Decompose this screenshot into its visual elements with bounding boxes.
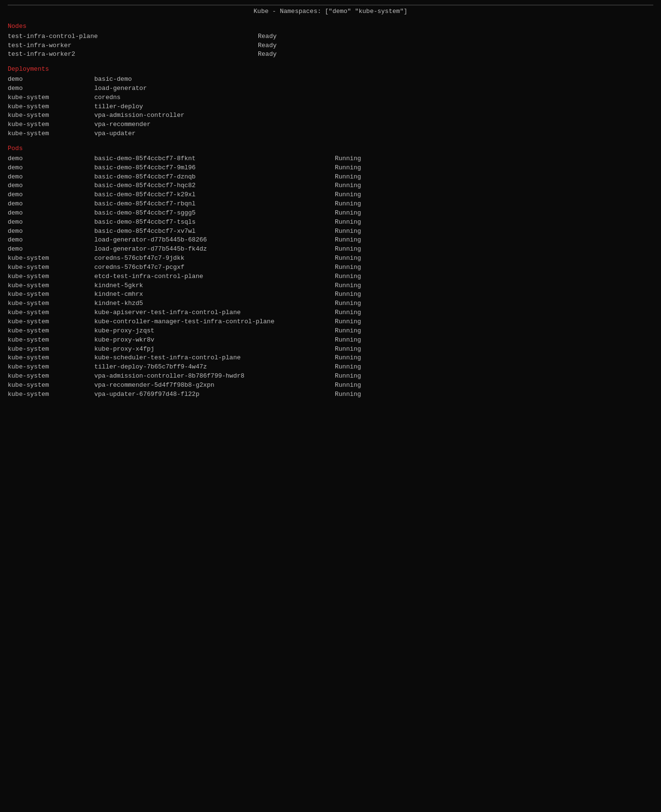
deployment-name: basic-demo	[94, 75, 335, 84]
node-status: Ready	[258, 50, 316, 59]
pod-name: basic-demo-85f4ccbcf7-hqc82	[94, 181, 335, 190]
pod-row: kube-systemtiller-deploy-7b65c7bff9-4w47…	[8, 363, 653, 372]
deployment-row: kube-systemvpa-recommender	[8, 120, 653, 129]
pod-namespace: demo	[8, 209, 94, 218]
pod-status: Running	[335, 372, 393, 381]
pod-status: Running	[335, 164, 393, 173]
pod-status: Running	[335, 245, 393, 254]
pod-row: demobasic-demo-85f4ccbcf7-sggg5Running	[8, 209, 653, 218]
pod-name: basic-demo-85f4ccbcf7-k29xl	[94, 190, 335, 200]
pod-status: Running	[335, 236, 393, 245]
pod-name: kindnet-cmhrx	[94, 290, 335, 299]
pod-status: Running	[335, 363, 393, 372]
pod-row: kube-systemkube-controller-manager-test-…	[8, 317, 653, 327]
pod-status: Running	[335, 317, 393, 327]
pod-namespace: kube-system	[8, 254, 94, 263]
pod-name: kube-scheduler-test-infra-control-plane	[94, 354, 335, 363]
pod-row: demobasic-demo-85f4ccbcf7-tsqlsRunning	[8, 218, 653, 227]
deployment-row: demobasic-demo	[8, 75, 653, 84]
pod-row: demobasic-demo-85f4ccbcf7-hqc82Running	[8, 181, 653, 190]
node-name: test-infra-control-plane	[8, 32, 258, 41]
pod-status: Running	[335, 154, 393, 164]
pod-status: Running	[335, 327, 393, 336]
pod-name: vpa-recommender-5d4f7f98b8-g2xpn	[94, 381, 335, 390]
pod-name: kube-proxy-wkr8v	[94, 336, 335, 345]
pod-row: kube-systemvpa-admission-controller-8b78…	[8, 372, 653, 381]
deployment-name: tiller-deploy	[94, 102, 335, 112]
pod-namespace: kube-system	[8, 354, 94, 363]
pod-row: kube-systemcoredns-576cbf47c7-9jdkkRunni…	[8, 254, 653, 263]
pod-namespace: demo	[8, 173, 94, 182]
pod-status: Running	[335, 263, 393, 272]
pod-status: Running	[335, 272, 393, 281]
pod-name: kube-proxy-jzqst	[94, 327, 335, 336]
pod-status: Running	[335, 381, 393, 390]
pod-row: kube-systemvpa-updater-6769f97d48-fl22pR…	[8, 390, 653, 399]
pod-namespace: demo	[8, 164, 94, 173]
pod-status: Running	[335, 190, 393, 200]
pod-status: Running	[335, 281, 393, 291]
node-row: test-infra-worker2Ready	[8, 50, 653, 59]
pod-namespace: kube-system	[8, 363, 94, 372]
pod-name: basic-demo-85f4ccbcf7-tsqls	[94, 218, 335, 227]
pod-row: demobasic-demo-85f4ccbcf7-8fkntRunning	[8, 154, 653, 164]
pod-row: kube-systemvpa-recommender-5d4f7f98b8-g2…	[8, 381, 653, 390]
pod-namespace: demo	[8, 190, 94, 200]
pod-namespace: demo	[8, 236, 94, 245]
deployment-row: kube-systemvpa-updater	[8, 129, 653, 139]
deployment-name: load-generator	[94, 84, 335, 93]
deployment-name: coredns	[94, 93, 335, 102]
pod-namespace: kube-system	[8, 390, 94, 399]
pod-namespace: kube-system	[8, 317, 94, 327]
pod-status: Running	[335, 308, 393, 317]
pod-namespace: demo	[8, 181, 94, 190]
pod-name: basic-demo-85f4ccbcf7-8fknt	[94, 154, 335, 164]
deployment-namespace: demo	[8, 75, 94, 84]
pod-row: demobasic-demo-85f4ccbcf7-dznqbRunning	[8, 173, 653, 182]
pod-row: demobasic-demo-85f4ccbcf7-xv7wlRunning	[8, 227, 653, 236]
pod-namespace: kube-system	[8, 327, 94, 336]
pod-name: load-generator-d77b5445b-fk4dz	[94, 245, 335, 254]
pod-row: kube-systemkindnet-5gkrkRunning	[8, 281, 653, 291]
title-text: Kube - Namespaces: ["demo" "kube-system"…	[254, 8, 407, 15]
pod-name: basic-demo-85f4ccbcf7-rbqnl	[94, 200, 335, 209]
pod-row: demobasic-demo-85f4ccbcf7-k29xlRunning	[8, 190, 653, 200]
node-row: test-infra-workerReady	[8, 41, 653, 51]
deployments-header: Deployments	[8, 65, 653, 74]
deployment-namespace: kube-system	[8, 129, 94, 139]
pod-name: kube-controller-manager-test-infra-contr…	[94, 317, 335, 327]
pod-namespace: demo	[8, 200, 94, 209]
pod-name: vpa-updater-6769f97d48-fl22p	[94, 390, 335, 399]
pod-row: demobasic-demo-85f4ccbcf7-9ml96Running	[8, 164, 653, 173]
pod-status: Running	[335, 200, 393, 209]
pod-namespace: kube-system	[8, 381, 94, 390]
pod-namespace: kube-system	[8, 308, 94, 317]
node-status: Ready	[258, 32, 316, 41]
pod-namespace: kube-system	[8, 263, 94, 272]
pod-name: kube-apiserver-test-infra-control-plane	[94, 308, 335, 317]
node-status: Ready	[258, 41, 316, 51]
pod-name: kindnet-5gkrk	[94, 281, 335, 291]
pod-status: Running	[335, 345, 393, 354]
pod-row: kube-systemkindnet-cmhrxRunning	[8, 290, 653, 299]
pod-namespace: kube-system	[8, 290, 94, 299]
deployment-namespace: kube-system	[8, 102, 94, 112]
nodes-header: Nodes	[8, 22, 653, 31]
pod-status: Running	[335, 254, 393, 263]
pod-name: basic-demo-85f4ccbcf7-dznqb	[94, 173, 335, 182]
pod-name: coredns-576cbf47c7-9jdkk	[94, 254, 335, 263]
pod-status: Running	[335, 299, 393, 308]
pod-row: kube-systemkube-proxy-x4fpjRunning	[8, 345, 653, 354]
pod-namespace: kube-system	[8, 281, 94, 291]
pod-status: Running	[335, 181, 393, 190]
pod-name: etcd-test-infra-control-plane	[94, 272, 335, 281]
pod-row: demobasic-demo-85f4ccbcf7-rbqnlRunning	[8, 200, 653, 209]
pod-name: coredns-576cbf47c7-pcgxf	[94, 263, 335, 272]
deployment-row: kube-systemtiller-deploy	[8, 102, 653, 112]
pod-name: basic-demo-85f4ccbcf7-9ml96	[94, 164, 335, 173]
pod-namespace: demo	[8, 154, 94, 164]
deployment-namespace: kube-system	[8, 93, 94, 102]
deployment-name: vpa-updater	[94, 129, 335, 139]
deployment-row: demoload-generator	[8, 84, 653, 93]
pod-status: Running	[335, 227, 393, 236]
